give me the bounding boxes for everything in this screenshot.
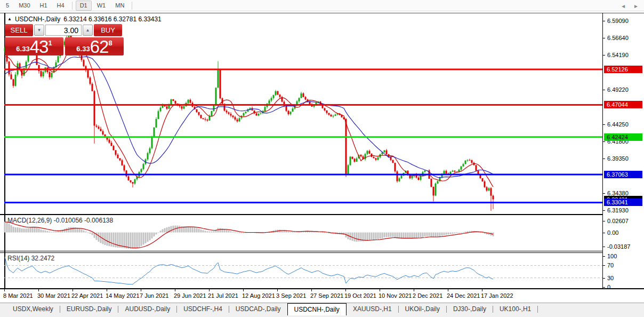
level-price-label: 6.33041: [604, 199, 642, 206]
buy-price-sup: 8: [108, 39, 112, 47]
date-tick-mark: [209, 289, 210, 291]
trading-terminal: 5M30H1H4D1W1MN ▲ USDCNH-,Daily 6.33214 6…: [0, 0, 644, 317]
date-label: 10 Nov 2021: [379, 292, 412, 299]
timeframe-button-mn[interactable]: MN: [111, 1, 128, 11]
buy-button[interactable]: BUY: [94, 24, 122, 36]
macd-tick-mark: [602, 221, 605, 221]
date-tick-mark: [4, 289, 5, 291]
buy-price-quote[interactable]: 6.33628: [65, 37, 124, 56]
price-tick-mark: [602, 158, 605, 159]
date-label: 24 Dec 2021: [447, 292, 480, 299]
chart-tab-dj30-[interactable]: DJ30-,Daily: [447, 304, 493, 315]
rsi-tick-mark: [602, 278, 605, 279]
buy-price-base: 6.33: [76, 45, 90, 53]
date-tick-mark: [141, 289, 141, 291]
date-tick-mark: [311, 289, 312, 291]
chart-ohlc-values: 6.33214 6.33616 6.32781 6.33431: [63, 15, 162, 23]
rsi-tick-mark: [602, 265, 605, 266]
chart-tab-xauusd-[interactable]: XAUUSD-,H1: [347, 304, 398, 315]
macd-values: -0.010056 -0.006138: [54, 217, 113, 224]
chart-tab-usdcad-[interactable]: USDCAD-,Daily: [229, 304, 287, 315]
date-tick-mark: [107, 289, 107, 291]
date-tick-mark: [243, 289, 244, 291]
timeframe-toolbar: 5M30H1H4D1W1MN: [0, 0, 644, 11]
price-tick-label: 6.54190: [607, 52, 629, 58]
buy-price-main: 62: [90, 38, 109, 56]
chart-tab-ukoil-[interactable]: UKOil-,Daily: [399, 304, 446, 315]
date-label: 22 Apr 2021: [71, 292, 103, 299]
rsi-value: 32.2472: [31, 255, 54, 262]
price-tick-label: 6.59090: [607, 18, 629, 24]
chart-symbol-label: USDCNH-,Daily: [15, 15, 60, 23]
date-label: 8 Mar 2021: [3, 292, 33, 299]
level-price-label: 6.52126: [604, 66, 642, 73]
rsi-indicator-label: RSI(14) 32.2472: [7, 255, 54, 262]
sell-price-base: 6.33: [16, 45, 29, 53]
macd-tick-label: 0.02607: [607, 218, 629, 224]
sell-button[interactable]: SELL: [5, 24, 33, 36]
price-tick-mark: [602, 21, 605, 21]
volume-increase-button[interactable]: ▲: [83, 25, 93, 36]
chart-tab-usdx[interactable]: USDX,Weekly: [6, 304, 60, 315]
price-tick-mark: [602, 141, 605, 142]
price-tick-mark: [602, 55, 605, 56]
tab-divider: [537, 306, 538, 313]
date-tick-mark: [175, 289, 175, 291]
macd-rsi-separator-a[interactable]: [0, 251, 602, 251]
rsi-tick-mark: [602, 287, 605, 288]
chart-tab-usdchf-[interactable]: USDCHF-,H4: [177, 304, 229, 315]
timeframe-button-h1[interactable]: H1: [36, 1, 52, 11]
rsi-tick-label: 70: [607, 262, 614, 268]
chart-tab-audusd-[interactable]: AUDUSD-,Daily: [118, 304, 176, 315]
tab-scroll-right-icon[interactable]: ►: [633, 3, 639, 9]
price-tick-label: 6.44250: [607, 121, 629, 128]
timeframe-button-m30[interactable]: M30: [14, 1, 34, 11]
sell-price-quote[interactable]: 6.33431: [5, 37, 63, 56]
chart-tab-eurusd-[interactable]: EURUSD-,Daily: [60, 304, 118, 315]
macd-tick-label: -0.03187: [607, 243, 630, 250]
collapse-panel-icon[interactable]: ▲: [7, 17, 12, 21]
main-macd-separator[interactable]: [0, 214, 602, 215]
price-tick-label: 6.56640: [607, 35, 629, 41]
price-tick-mark: [602, 193, 605, 194]
volume-input[interactable]: [45, 25, 82, 36]
rsi-tick-mark: [602, 256, 605, 257]
one-click-trading-panel: SELL ▼ ▲ BUY 6.33431 6.33628: [5, 24, 124, 56]
volume-decrease-button[interactable]: ▼: [34, 25, 44, 36]
timeframe-button-h4[interactable]: H4: [53, 1, 69, 11]
timeframe-button-w1[interactable]: W1: [93, 1, 110, 11]
toolbar-divider: [72, 2, 73, 10]
chart-tab-uk100-[interactable]: UK100-,H1: [493, 304, 537, 315]
tab-scroll-nav: ◄ ►: [621, 3, 639, 9]
macd-name: MACD(12,26,9): [7, 217, 52, 224]
date-label: 3 Sep 2021: [276, 292, 306, 299]
rsi-tick-label: 100: [607, 253, 617, 259]
date-tick-mark: [38, 289, 39, 291]
date-tick-mark: [380, 289, 380, 291]
timeframe-button-5[interactable]: 5: [2, 1, 13, 11]
date-label: 12 Aug 2021: [242, 292, 275, 299]
price-tick-label: 6.49220: [607, 86, 629, 93]
rsi-canvas[interactable]: [4, 253, 602, 288]
chart-tab-usdcnh-[interactable]: USDCNH-,Daily: [287, 303, 347, 315]
date-label: 27 Sep 2021: [310, 292, 343, 299]
date-tick-mark: [482, 289, 482, 291]
date-axis[interactable]: 8 Mar 202130 Mar 202122 Apr 202114 May 2…: [0, 289, 644, 303]
price-tick-mark: [602, 90, 605, 90]
spinner-up-icon: ▲: [86, 28, 90, 33]
date-tick-mark: [277, 289, 278, 291]
date-tick-mark: [73, 289, 73, 291]
rsi-name: RSI(14): [7, 255, 29, 262]
spinner-down-icon: ▼: [37, 28, 42, 33]
chart-header: ▲ USDCNH-,Daily 6.33214 6.33616 6.32781 …: [7, 15, 162, 23]
date-label: 14 May 2021: [106, 292, 140, 299]
timeframe-button-d1[interactable]: D1: [76, 1, 92, 11]
price-tick-mark: [602, 38, 605, 38]
level-price-label: 6.37063: [604, 171, 642, 178]
date-label: 17 Jan 2022: [481, 292, 513, 299]
tab-scroll-left-icon[interactable]: ◄: [621, 3, 626, 9]
price-tick-mark: [602, 210, 605, 211]
sell-price-sup: 1: [48, 39, 52, 47]
date-tick-mark: [448, 289, 448, 291]
macd-tick-label: 0.00: [607, 229, 618, 236]
